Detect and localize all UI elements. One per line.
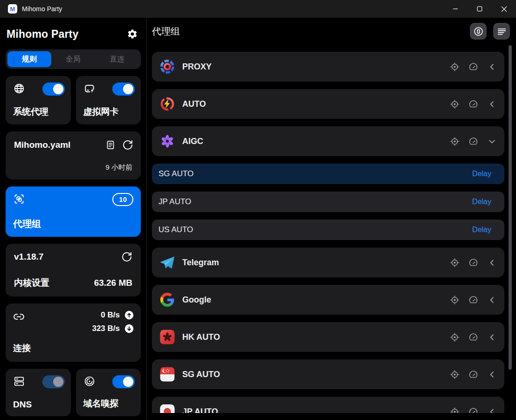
chevron-left-icon[interactable] xyxy=(487,295,497,305)
speed-gauge-icon[interactable] xyxy=(468,99,478,109)
sniff-label: 域名嗅探 xyxy=(83,398,119,410)
group-count-badge: 10 xyxy=(112,193,133,206)
proxy-group-row[interactable]: Google xyxy=(152,285,504,315)
upload-arrow-icon xyxy=(124,310,134,320)
proxy-group-row[interactable]: SG AUTO xyxy=(152,359,504,389)
connections-card[interactable]: 0 B/s 323 B/s 连接 xyxy=(6,303,141,362)
proxy-node-name: US AUTO xyxy=(158,225,193,234)
window-titlebar: M Mihomo Party xyxy=(0,0,516,18)
delay-button[interactable]: Delay xyxy=(472,226,491,234)
tab-direct-mode[interactable]: 直连 xyxy=(95,51,139,67)
chevron-left-icon[interactable] xyxy=(487,62,497,72)
mode-tab-group: 规则 全局 直连 xyxy=(6,49,141,69)
chevron-left-icon[interactable] xyxy=(487,370,497,379)
locate-icon[interactable] xyxy=(450,137,460,146)
group-name: Telegram xyxy=(182,258,219,268)
pause-circle-button[interactable] xyxy=(470,23,487,40)
locate-icon[interactable] xyxy=(450,332,460,342)
download-speed: 323 B/s xyxy=(92,324,120,333)
openai-icon xyxy=(159,133,175,149)
main-content: 代理组 PROXY xyxy=(147,18,516,420)
vertical-scrollbar[interactable] xyxy=(509,45,512,370)
speed-gauge-icon[interactable] xyxy=(468,258,478,268)
gear-icon[interactable] xyxy=(126,28,139,41)
google-icon xyxy=(159,292,175,308)
speed-gauge-icon[interactable] xyxy=(468,62,478,72)
page-title: 代理组 xyxy=(152,25,180,38)
tab-global-mode[interactable]: 全局 xyxy=(51,51,95,67)
speed-gauge-icon[interactable] xyxy=(468,370,478,379)
proxy-groups-card[interactable]: 10 代理组 xyxy=(6,186,141,237)
chevron-left-icon[interactable] xyxy=(487,99,497,109)
proxy-group-row[interactable]: Telegram xyxy=(152,248,504,277)
tun-card[interactable]: 虚拟网卡 xyxy=(76,76,141,124)
sniff-toggle[interactable] xyxy=(112,375,135,388)
chevron-down-icon[interactable] xyxy=(487,137,497,146)
locate-icon[interactable] xyxy=(450,99,460,109)
list-layout-button[interactable] xyxy=(493,23,510,40)
group-name: Google xyxy=(182,295,211,305)
maximize-button[interactable] xyxy=(468,0,492,18)
hk-flag-icon xyxy=(159,329,175,345)
delay-button[interactable]: Delay xyxy=(472,198,491,206)
locate-icon[interactable] xyxy=(450,370,460,379)
tun-label: 虚拟网卡 xyxy=(83,106,119,118)
locate-icon[interactable] xyxy=(450,62,460,72)
close-button[interactable] xyxy=(492,0,516,18)
dns-server-icon xyxy=(13,375,25,387)
proxy-node-row-selected[interactable]: SG AUTO Delay xyxy=(152,164,504,184)
proxy-group-list: PROXY AUTO AIGC xyxy=(147,45,516,413)
locate-icon[interactable] xyxy=(450,407,460,413)
proxy-node-name: SG AUTO xyxy=(158,169,193,179)
proxy-group-row[interactable]: JP AUTO xyxy=(152,397,504,413)
sniff-card[interactable]: 域名嗅探 xyxy=(76,369,141,416)
group-name: AUTO xyxy=(182,99,206,109)
sg-flag-icon xyxy=(159,366,175,382)
system-proxy-label: 系统代理 xyxy=(13,106,48,118)
chevron-left-icon[interactable] xyxy=(487,407,497,413)
proxy-group-row[interactable]: AUTO xyxy=(152,89,504,119)
sidebar: Mihomo Party 规则 全局 直连 系统代理 xyxy=(0,18,147,420)
profile-refresh-icon[interactable] xyxy=(122,139,133,151)
dns-label: DNS xyxy=(13,399,32,410)
locate-icon[interactable] xyxy=(450,295,460,305)
core-settings-label: 内核设置 xyxy=(14,277,49,289)
proxy-node-row[interactable]: US AUTO Delay xyxy=(152,220,504,240)
group-name: PROXY xyxy=(182,62,212,72)
profile-card[interactable]: Mihomo.yaml 9 小时前 xyxy=(6,131,141,179)
proxy-group-row[interactable]: HK AUTO xyxy=(152,322,504,352)
proxy-node-row[interactable]: JP AUTO Delay xyxy=(152,192,504,212)
speed-gauge-icon[interactable] xyxy=(468,295,478,305)
delay-button[interactable]: Delay xyxy=(472,170,491,178)
minimize-button[interactable] xyxy=(443,0,468,18)
proxy-groups-label: 代理组 xyxy=(13,218,41,230)
proxy-ring-icon xyxy=(159,59,175,75)
core-memory-usage: 63.26 MB xyxy=(94,278,132,288)
system-proxy-toggle[interactable] xyxy=(42,83,65,96)
speed-gauge-icon[interactable] xyxy=(468,407,478,413)
telegram-icon xyxy=(159,255,175,270)
tun-toggle[interactable] xyxy=(112,83,135,96)
profile-name: Mihomo.yaml xyxy=(14,140,70,150)
system-proxy-card[interactable]: 系统代理 xyxy=(6,76,71,124)
chevron-left-icon[interactable] xyxy=(487,258,497,268)
profile-edit-icon[interactable] xyxy=(105,139,116,151)
core-version: v1.18.7 xyxy=(14,252,43,262)
window-title: Mihomo Party xyxy=(22,5,62,13)
tun-adapter-icon xyxy=(83,83,96,95)
proxy-group-row-expanded[interactable]: AIGC xyxy=(152,126,504,156)
dns-card[interactable]: DNS xyxy=(6,369,71,416)
app-logo-icon: M xyxy=(8,4,17,14)
proxy-group-row[interactable]: PROXY xyxy=(152,52,504,82)
core-restart-icon[interactable] xyxy=(121,251,132,262)
auto-bolt-icon xyxy=(159,96,175,112)
locate-icon[interactable] xyxy=(450,258,460,268)
group-scan-icon xyxy=(13,193,25,205)
tab-rule-mode[interactable]: 规则 xyxy=(7,51,51,67)
speed-gauge-icon[interactable] xyxy=(468,332,478,342)
group-name: SG AUTO xyxy=(182,370,220,379)
core-card[interactable]: v1.18.7 内核设置 63.26 MB xyxy=(6,244,141,296)
dns-toggle[interactable] xyxy=(42,375,65,388)
speed-gauge-icon[interactable] xyxy=(468,137,478,146)
chevron-left-icon[interactable] xyxy=(487,332,497,342)
